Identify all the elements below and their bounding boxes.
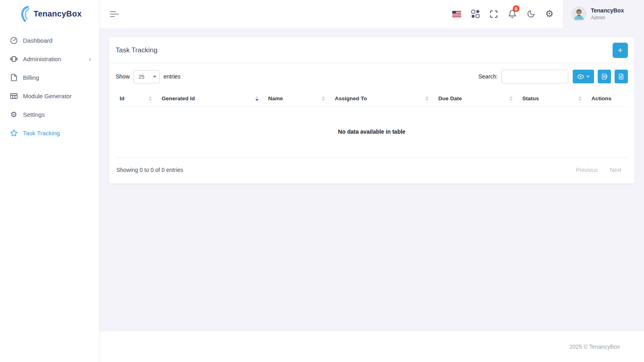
administration-icon (10, 55, 18, 63)
entries-label: entries (164, 73, 180, 80)
sidebar-item-dashboard[interactable]: Dashboard (0, 31, 99, 50)
column-header-name[interactable]: Name (264, 91, 331, 107)
brand-logo[interactable]: TenancyBox (0, 0, 99, 28)
eye-icon (577, 74, 584, 79)
notification-count-badge: 0 (513, 5, 520, 12)
billing-icon (10, 73, 18, 81)
excel-file-icon (601, 73, 608, 80)
pagination-previous[interactable]: Previous (576, 167, 598, 173)
sort-icons (322, 96, 325, 101)
empty-row: No data available in table (116, 107, 628, 158)
empty-table-message: No data available in table (116, 107, 628, 158)
user-role: Admin (591, 15, 624, 21)
pagination: Previous Next (576, 167, 627, 173)
sort-icons (255, 96, 259, 101)
star-icon (10, 129, 18, 137)
sidebar-item-settings[interactable]: ⚙ Settings (0, 105, 99, 124)
copyright-text: 2025 © TenancyBox (569, 343, 620, 350)
page-content: Task Tracking + Show 25 entries (99, 28, 644, 331)
caret-down-icon (586, 76, 590, 78)
sidebar-item-billing[interactable]: Billing (0, 68, 99, 87)
sidebar-item-module-generator[interactable]: Module Generator (0, 87, 99, 105)
sidebar-item-task-tracking[interactable]: Task Tracking (0, 124, 99, 142)
settings-gear-icon: ⚙ (10, 110, 18, 118)
user-menu[interactable]: TenancyBox Admin (563, 0, 644, 28)
pagination-next[interactable]: Next (610, 167, 621, 173)
chevron-right-icon: › (89, 56, 91, 62)
add-task-button[interactable]: + (613, 43, 628, 58)
dashboard-icon (10, 36, 18, 44)
card-header: Task Tracking + (109, 37, 634, 63)
column-header-generated-id[interactable]: Generated Id (157, 91, 264, 107)
column-header-assigned-to[interactable]: Assigned To (331, 91, 434, 107)
topbar: 0 ⚙ (99, 0, 644, 28)
brand-name: TenancyBox (33, 9, 81, 19)
export-excel-button[interactable] (598, 70, 611, 83)
column-header-actions: Actions (587, 91, 628, 107)
column-header-id[interactable]: Id (116, 91, 157, 107)
sidebar-item-label: Billing (23, 74, 39, 81)
sort-icons (149, 96, 152, 101)
pdf-file-icon (618, 73, 624, 80)
search-input[interactable] (501, 70, 568, 83)
page-length-select[interactable]: 25 (133, 70, 160, 83)
sidebar-item-administration[interactable]: Administration › (0, 50, 99, 68)
notifications-button[interactable]: 0 (503, 0, 522, 28)
column-header-due-date[interactable]: Due Date (434, 91, 518, 107)
search-label: Search: (478, 73, 498, 80)
sidebar-item-label: Dashboard (23, 37, 52, 44)
column-visibility-button[interactable] (573, 70, 594, 83)
table-header-row: Id Generated Id Name (116, 91, 628, 107)
table-controls: Show 25 entries Search: (116, 70, 628, 83)
apps-grid-button[interactable] (466, 0, 485, 28)
hamburger-menu-icon[interactable] (110, 11, 119, 17)
sort-icons (578, 96, 582, 101)
user-name: TenancyBox (591, 7, 624, 14)
fullscreen-button[interactable] (485, 0, 503, 28)
page-footer: 2025 © TenancyBox (99, 331, 644, 362)
gear-icon: ⚙ (545, 9, 554, 19)
us-flag-icon (452, 11, 461, 17)
sidebar-item-label: Module Generator (23, 93, 72, 99)
sidebar: TenancyBox Dashboard Administrat (0, 0, 99, 362)
sidebar-nav: Dashboard Administration › Billing (0, 28, 99, 145)
moon-icon (527, 10, 535, 18)
module-generator-icon (10, 92, 18, 100)
column-header-status[interactable]: Status (518, 91, 588, 107)
data-table: Id Generated Id Name (116, 91, 628, 177)
sidebar-item-label: Administration (23, 56, 61, 62)
settings-button[interactable]: ⚙ (540, 0, 559, 28)
page-title: Task Tracking (116, 46, 157, 54)
sidebar-item-label: Settings (23, 111, 45, 118)
language-flag-button[interactable] (447, 0, 466, 28)
show-label: Show (116, 73, 130, 80)
fullscreen-icon (490, 10, 498, 18)
export-pdf-button[interactable] (615, 70, 628, 83)
sidebar-item-label: Task Tracking (23, 130, 60, 137)
table-info-text: Showing 0 to 0 of 0 entries (116, 167, 183, 173)
sort-icons (509, 96, 513, 101)
sort-icons (425, 96, 429, 101)
avatar (572, 6, 586, 21)
task-tracking-card: Task Tracking + Show 25 entries (109, 37, 634, 184)
dark-mode-button[interactable] (522, 0, 540, 28)
apps-grid-icon (471, 10, 480, 18)
